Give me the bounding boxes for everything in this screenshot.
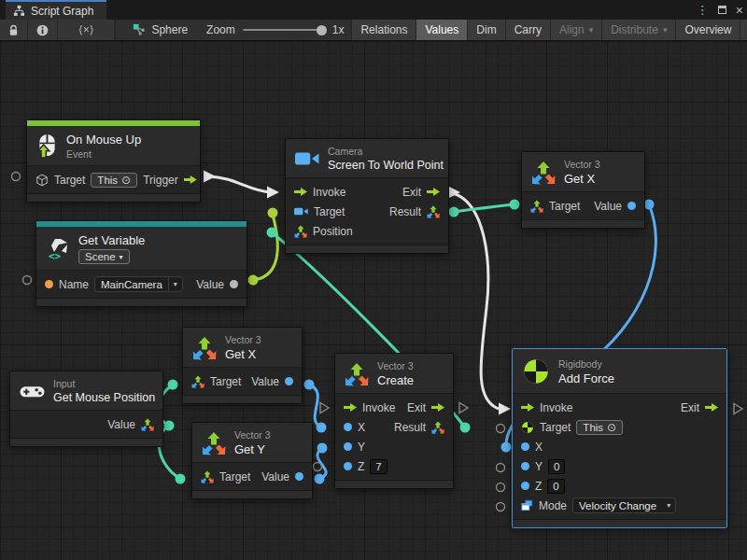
node-add-force[interactable]: Rigidbody Add Force Invoke Exit Target T… xyxy=(512,348,727,528)
string-port-dot[interactable] xyxy=(45,280,53,288)
float-port-dot[interactable] xyxy=(521,482,529,490)
float-port-dot[interactable] xyxy=(295,472,303,481)
window-menu-icon[interactable]: ⋮ xyxy=(697,3,709,17)
relations-button[interactable]: Relations xyxy=(351,20,416,40)
maximize-icon[interactable] xyxy=(718,6,726,14)
float-port-dot[interactable] xyxy=(344,423,352,431)
vector3-port-icon[interactable] xyxy=(427,205,440,218)
node-get-x-mid[interactable]: Vector 3 Get X Target Value xyxy=(182,327,303,404)
node-footer xyxy=(192,490,312,498)
node-get-x-top[interactable]: Vector 3 Get X Target Value xyxy=(521,151,645,229)
chevron-down-icon: ▾ xyxy=(663,25,668,35)
node-on-mouse-up[interactable]: On Mouse Up Event Target This⊙ Trigger xyxy=(26,119,201,203)
node-vector3-create[interactable]: Vector 3 Create Invoke Exit X Result xyxy=(334,353,454,489)
script-graph-icon xyxy=(13,5,25,17)
result-port-label: Result xyxy=(389,205,421,218)
x-port-label: X xyxy=(535,441,543,454)
value-port-label: Value xyxy=(594,200,622,213)
invoke-port-arrow[interactable] xyxy=(344,403,357,412)
float-port-dot[interactable] xyxy=(521,442,529,451)
value-port-label: Value xyxy=(251,375,279,388)
distribute-button[interactable]: Distribute▾ xyxy=(601,20,675,40)
camera-port-icon[interactable] xyxy=(294,206,308,217)
node-footer xyxy=(335,480,453,488)
values-button[interactable]: Values xyxy=(416,20,467,40)
float-port-dot[interactable] xyxy=(285,377,293,385)
node-type: Input xyxy=(53,378,155,389)
z-value-field[interactable]: 7 xyxy=(370,459,387,474)
toolbar-left-group: ⟨×⟩ xyxy=(0,20,116,40)
node-title: Add Force xyxy=(558,371,614,385)
zoom-slider-handle[interactable] xyxy=(317,25,327,35)
node-screen-to-world-point[interactable]: Camera Screen To World Point Invoke Exit… xyxy=(285,138,449,254)
node-subtitle: Event xyxy=(66,148,141,160)
invoke-port-arrow[interactable] xyxy=(521,403,534,412)
title-bar: Script Graph ⋮ × xyxy=(0,0,747,20)
float-port-dot[interactable] xyxy=(344,462,352,470)
zoom-control: Zoom 1x xyxy=(199,20,351,40)
tab-script-graph[interactable]: Script Graph xyxy=(6,0,106,20)
rigidbody-port-icon[interactable] xyxy=(521,421,534,434)
variable-name-dropdown[interactable]: MainCamera ▾ xyxy=(94,276,183,292)
value-port-label: Value xyxy=(261,470,289,483)
node-type: Vector 3 xyxy=(234,429,271,441)
node-title: Screen To World Point xyxy=(328,159,444,172)
target-port-label: Target xyxy=(54,174,85,187)
node-title: Get Mouse Position xyxy=(53,391,155,404)
exit-port-arrow[interactable] xyxy=(431,403,444,412)
fullscreen-button[interactable]: Full Screen xyxy=(740,20,747,40)
chevron-down-icon: ▾ xyxy=(168,277,182,291)
name-port-label: Name xyxy=(59,278,89,291)
position-port-label: Position xyxy=(313,225,353,238)
y-port-label: Y xyxy=(358,441,365,454)
node-get-mouse-position[interactable]: Input Get Mouse Position Value xyxy=(9,371,163,447)
value-port-label: Value xyxy=(107,418,135,431)
vector3-port-icon[interactable] xyxy=(431,421,444,434)
lock-icon xyxy=(8,24,19,36)
code-preview-button[interactable]: ⟨×⟩ xyxy=(58,20,115,40)
target-port-label: Target xyxy=(314,205,345,218)
align-button[interactable]: Align▾ xyxy=(550,20,601,40)
x-port-label: X xyxy=(358,421,365,434)
node-type: Vector 3 xyxy=(564,159,600,170)
lock-button[interactable] xyxy=(0,20,28,40)
float-port-dot[interactable] xyxy=(627,202,636,210)
info-button[interactable] xyxy=(28,20,58,40)
float-port-dot[interactable] xyxy=(521,462,529,470)
node-get-variable[interactable]: <> Get Variable Scene▾ Name MainCamera ▾… xyxy=(35,220,247,307)
overview-button[interactable]: Overview xyxy=(675,20,740,40)
chevron-down-icon: ▾ xyxy=(589,25,594,35)
exit-port-arrow[interactable] xyxy=(427,188,440,196)
breadcrumb[interactable]: Sphere xyxy=(116,20,199,40)
node-title: On Mouse Up xyxy=(66,133,141,147)
node-footer xyxy=(36,298,247,306)
carry-button[interactable]: Carry xyxy=(505,20,550,40)
float-port-dot[interactable] xyxy=(344,442,352,451)
z-port-label: Z xyxy=(535,480,542,493)
object-port-dot[interactable] xyxy=(230,280,238,288)
y-value-field[interactable]: 0 xyxy=(548,459,565,474)
z-value-field[interactable]: 0 xyxy=(547,479,564,494)
variable-icon: <> xyxy=(46,237,70,261)
vector3-port-icon[interactable] xyxy=(191,375,204,388)
invoke-port-arrow[interactable] xyxy=(294,188,307,196)
vector3-port-icon[interactable] xyxy=(141,418,154,431)
vector3-port-icon[interactable] xyxy=(530,200,543,213)
dim-button[interactable]: Dim xyxy=(467,20,504,40)
variable-scope-dropdown[interactable]: Scene▾ xyxy=(78,249,130,264)
node-get-y[interactable]: Vector 3 Get Y Target Value xyxy=(191,422,313,499)
target-object-field[interactable]: This⊙ xyxy=(91,173,137,188)
value-port-label: Value xyxy=(196,278,224,291)
object-picker-icon: ⊙ xyxy=(607,421,616,434)
target-object-field[interactable]: This⊙ xyxy=(576,420,623,435)
gameobject-cube-icon xyxy=(35,174,49,187)
exit-port-arrow[interactable] xyxy=(705,403,718,412)
y-port-label: Y xyxy=(535,460,543,473)
mode-dropdown[interactable]: Velocity Change ▾ xyxy=(572,497,676,513)
close-icon[interactable]: × xyxy=(736,4,743,17)
zoom-slider[interactable] xyxy=(243,29,325,31)
flow-arrow-icon[interactable] xyxy=(184,175,197,184)
vector3-port-icon[interactable] xyxy=(201,470,214,483)
vector3-icon xyxy=(192,336,217,360)
vector3-port-icon[interactable] xyxy=(294,225,307,238)
